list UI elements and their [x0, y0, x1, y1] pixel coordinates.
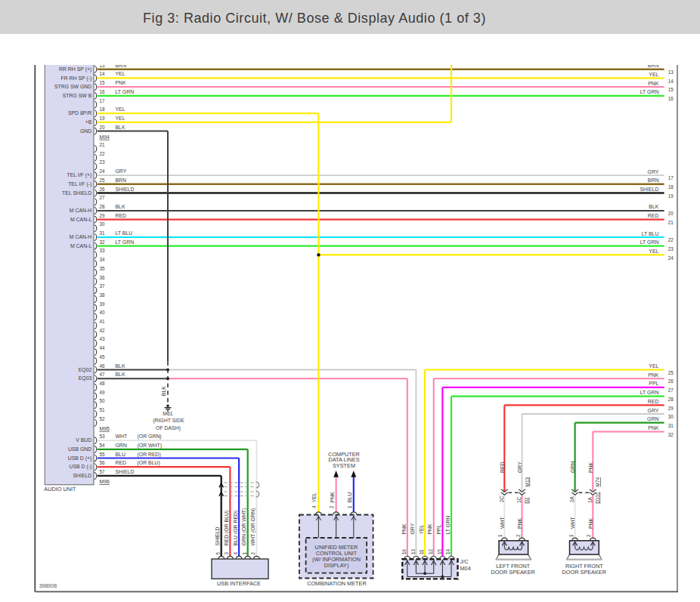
- svg-text:24: 24: [668, 255, 674, 261]
- svg-text:BLK: BLK: [161, 386, 166, 396]
- svg-text:22: 22: [668, 237, 674, 242]
- svg-text:PNK: PNK: [330, 492, 335, 503]
- svg-text:31: 31: [668, 423, 674, 428]
- svg-text:BLK: BLK: [649, 204, 658, 209]
- svg-text:PNK: PNK: [648, 425, 659, 431]
- svg-text:LT GRN: LT GRN: [445, 516, 451, 535]
- svg-text:M13: M13: [525, 477, 530, 486]
- svg-text:TEL I/F (+): TEL I/F (+): [67, 172, 91, 178]
- svg-text:M CAN-L: M CAN-L: [70, 243, 91, 249]
- svg-text:WHT: WHT: [116, 434, 128, 439]
- svg-text:34: 34: [99, 257, 105, 262]
- svg-text:23: 23: [668, 246, 674, 252]
- svg-text:LT GRN: LT GRN: [640, 89, 659, 94]
- svg-text:YEL: YEL: [116, 107, 125, 112]
- svg-text:SYSTEM: SYSTEM: [333, 462, 355, 469]
- svg-text:19: 19: [668, 193, 674, 199]
- svg-text:16: 16: [668, 96, 674, 101]
- svg-text:(OR BLU): (OR BLU): [138, 460, 160, 466]
- svg-text:20: 20: [99, 125, 105, 130]
- svg-text:21: 21: [668, 220, 674, 225]
- svg-text:USB INTERFACE: USB INTERFACE: [217, 580, 261, 587]
- svg-text:GRY: GRY: [648, 169, 659, 174]
- svg-text:30: 30: [99, 221, 105, 227]
- svg-text:TEL I/F (-): TEL I/F (-): [68, 181, 91, 187]
- svg-text:13: 13: [668, 69, 674, 75]
- svg-text:44: 44: [99, 345, 105, 350]
- svg-text:13: 13: [99, 63, 105, 68]
- svg-text:55: 55: [99, 452, 105, 457]
- svg-text:M CAN-L: M CAN-L: [70, 217, 91, 222]
- svg-text:15: 15: [437, 549, 442, 555]
- svg-text:LT GRN: LT GRN: [640, 390, 659, 395]
- svg-text:BLU: BLU: [116, 452, 125, 457]
- svg-text:BLK: BLK: [116, 372, 125, 377]
- svg-text:24: 24: [99, 168, 105, 174]
- svg-text:28: 28: [668, 397, 674, 402]
- svg-text:29: 29: [668, 406, 674, 411]
- svg-text:PNK: PNK: [648, 372, 659, 378]
- svg-text:AUDIO UNIT: AUDIO UNIT: [44, 486, 76, 492]
- svg-text:BLK: BLK: [116, 204, 125, 209]
- svg-text:YEL: YEL: [311, 492, 317, 502]
- svg-text:GRY: GRY: [410, 523, 415, 534]
- svg-text:16: 16: [99, 89, 105, 94]
- svg-text:16: 16: [401, 549, 407, 555]
- svg-text:42: 42: [99, 328, 105, 333]
- svg-text:YEL: YEL: [116, 116, 125, 121]
- svg-text:RED (OR BLU): RED (OR BLU): [224, 511, 230, 546]
- svg-text:PNK: PNK: [401, 523, 407, 535]
- svg-text:50: 50: [99, 398, 105, 403]
- svg-text:32: 32: [668, 432, 674, 437]
- svg-text:48: 48: [99, 381, 105, 386]
- svg-text:BRN: BRN: [648, 63, 659, 68]
- svg-text:PPL: PPL: [436, 524, 441, 534]
- svg-text:COMBINATION METER: COMBINATION METER: [307, 580, 367, 587]
- svg-text:RED: RED: [116, 460, 127, 465]
- svg-text:21: 21: [99, 142, 105, 147]
- svg-text:M04: M04: [460, 565, 471, 572]
- svg-text:(RIGHT SIDE: (RIGHT SIDE: [153, 418, 184, 424]
- svg-text:17: 17: [99, 98, 105, 103]
- svg-text:36: 36: [99, 275, 105, 280]
- svg-text:YEL: YEL: [116, 71, 125, 76]
- svg-text:1A: 1A: [587, 496, 593, 503]
- svg-text:SHIELD: SHIELD: [215, 526, 220, 545]
- svg-text:GRY: GRY: [517, 462, 522, 473]
- svg-text:BLK: BLK: [116, 125, 125, 130]
- svg-text:D101: D101: [595, 492, 600, 504]
- svg-text:BRN: BRN: [116, 178, 127, 183]
- svg-text:D2: D2: [524, 497, 529, 504]
- svg-text:BRN: BRN: [116, 63, 127, 68]
- svg-text:WHT: WHT: [500, 517, 505, 529]
- svg-text:1: 1: [242, 552, 247, 555]
- svg-text:(OR RED): (OR RED): [138, 452, 161, 458]
- svg-text:28: 28: [99, 204, 105, 209]
- svg-text:GND: GND: [80, 128, 91, 134]
- svg-text:YEL: YEL: [419, 524, 424, 534]
- svg-text:BLU (OR RED): BLU (OR RED): [233, 511, 239, 546]
- svg-text:USB D (-): USB D (-): [69, 464, 91, 470]
- svg-text:(OR GRN): (OR GRN): [138, 434, 162, 440]
- svg-text:23: 23: [99, 159, 105, 165]
- svg-text:41: 41: [99, 319, 105, 324]
- svg-text:PNK: PNK: [116, 80, 127, 85]
- svg-text:LT GRN: LT GRN: [116, 89, 135, 94]
- svg-text:5: 5: [215, 552, 221, 555]
- svg-text:54: 54: [99, 443, 105, 448]
- svg-text:52: 52: [99, 416, 105, 421]
- svg-text:M74: M74: [595, 477, 600, 486]
- svg-text:15: 15: [668, 87, 674, 92]
- svg-text:SHIELD: SHIELD: [640, 187, 658, 192]
- svg-text:40: 40: [99, 310, 105, 315]
- svg-text:2: 2: [250, 552, 256, 555]
- svg-text:1: 1: [568, 534, 574, 537]
- svg-text:27: 27: [668, 387, 674, 393]
- svg-text:DISPLAY): DISPLAY): [324, 562, 349, 569]
- svg-text:4: 4: [311, 505, 317, 508]
- svg-text:DOOR SPEAKER: DOOR SPEAKER: [562, 569, 606, 576]
- svg-text:GRN: GRN: [570, 462, 575, 473]
- svg-text:RR RH SP (+): RR RH SP (+): [59, 66, 91, 73]
- svg-text:37: 37: [99, 283, 105, 289]
- svg-text:19: 19: [99, 116, 105, 121]
